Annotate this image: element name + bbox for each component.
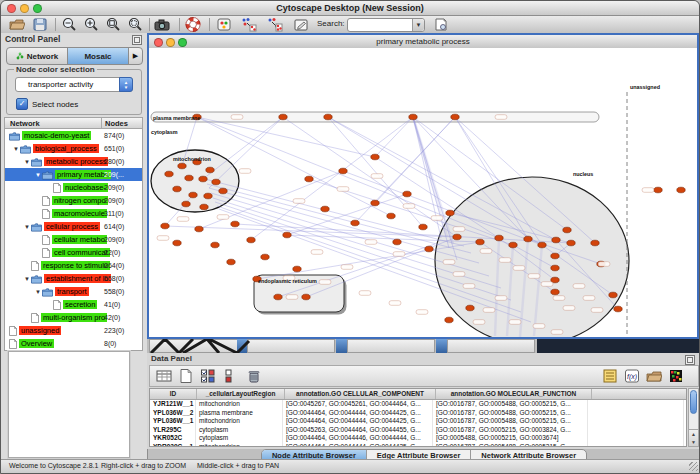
network-node[interactable] bbox=[195, 226, 203, 232]
network-node[interactable] bbox=[185, 175, 193, 181]
network-node[interactable] bbox=[614, 306, 622, 312]
network-view-titlebar[interactable]: primary metabolic process bbox=[149, 35, 697, 49]
new-attribute-icon[interactable] bbox=[178, 368, 194, 384]
tree-row-label[interactable]: secretion bbox=[63, 300, 97, 309]
apply-layout-icon-2[interactable] bbox=[267, 17, 283, 32]
resize-grip[interactable] bbox=[689, 462, 698, 471]
node-color-combobox[interactable]: transporter activity ▲▼ bbox=[15, 77, 133, 92]
network-node[interactable] bbox=[403, 191, 411, 197]
float-panel-icon[interactable] bbox=[132, 35, 142, 45]
tree-row[interactable]: ▼primary metabo209(... bbox=[5, 168, 142, 181]
help-ring-icon[interactable] bbox=[185, 17, 201, 32]
birds-eye-view[interactable] bbox=[8, 351, 130, 458]
annotation-box-icon[interactable] bbox=[293, 17, 309, 32]
inner-zoom-icon[interactable] bbox=[178, 38, 187, 47]
network-edge[interactable] bbox=[375, 117, 413, 157]
hidden-window-fragment[interactable] bbox=[347, 339, 435, 353]
select-attributes-icon[interactable] bbox=[200, 368, 216, 384]
tree-row[interactable]: response to stimulu264(0) bbox=[5, 259, 142, 272]
network-node[interactable] bbox=[677, 187, 685, 193]
network-node[interactable] bbox=[476, 239, 484, 245]
network-node[interactable] bbox=[178, 163, 186, 169]
table-row[interactable]: YLR295Ccytoplasm[GO:0045263, GO:0044464,… bbox=[150, 426, 686, 435]
network-node[interactable] bbox=[451, 114, 459, 120]
nodes-column-header[interactable]: Nodes bbox=[105, 119, 128, 128]
tree-row[interactable]: multi-organism pro42(0) bbox=[5, 311, 142, 324]
tree-row-label[interactable]: establishment of lo bbox=[44, 274, 111, 283]
network-edge[interactable] bbox=[251, 117, 413, 240]
tree-row[interactable]: Overview8(0) bbox=[5, 337, 142, 350]
tree-row[interactable]: nucleobase-209(0) bbox=[5, 181, 142, 194]
tree-row-label[interactable]: macromolecule bbox=[52, 209, 107, 218]
close-window-icon[interactable] bbox=[7, 4, 16, 13]
table-row[interactable]: YDR039C__1mitochondrion[GO:0044464, GO:0… bbox=[150, 443, 686, 448]
network-node[interactable] bbox=[453, 234, 461, 240]
tree-row[interactable]: cell communicat22(0) bbox=[5, 246, 142, 259]
network-node[interactable] bbox=[219, 188, 227, 194]
zoom-out-icon[interactable] bbox=[61, 17, 77, 32]
scrollbar-thumb[interactable] bbox=[690, 390, 697, 414]
network-node[interactable] bbox=[371, 154, 379, 160]
network-node[interactable] bbox=[199, 176, 207, 182]
expand-arrow-icon[interactable]: ▼ bbox=[23, 224, 31, 230]
background-windows-strip[interactable] bbox=[147, 339, 700, 353]
network-edge[interactable] bbox=[413, 117, 449, 248]
tree-row-label[interactable]: unassigned bbox=[19, 326, 61, 335]
network-canvas[interactable]: plasma membranecytoplasmmitochondrionnuc… bbox=[149, 48, 697, 337]
network-node[interactable] bbox=[466, 305, 474, 311]
network-node[interactable] bbox=[173, 240, 181, 246]
network-node[interactable] bbox=[509, 242, 517, 248]
network-node[interactable] bbox=[351, 220, 359, 226]
network-node[interactable] bbox=[551, 253, 559, 259]
attribute-table-icon[interactable] bbox=[156, 368, 172, 384]
tree-row-label[interactable]: cellular process bbox=[44, 222, 100, 231]
tree-row-label[interactable]: metabolic process bbox=[44, 157, 108, 166]
network-node[interactable] bbox=[200, 204, 208, 210]
zoom-in-icon[interactable] bbox=[83, 17, 99, 32]
network-node[interactable] bbox=[393, 239, 401, 245]
tree-row-label[interactable]: nucleobase- bbox=[63, 183, 108, 192]
network-node[interactable] bbox=[387, 213, 395, 219]
tree-row-label[interactable]: mosaic-demo-yeast bbox=[22, 131, 91, 140]
delete-attribute-icon[interactable] bbox=[246, 368, 262, 384]
network-node[interactable] bbox=[279, 114, 287, 120]
network-node[interactable] bbox=[538, 242, 546, 248]
apply-layout-icon-1[interactable] bbox=[241, 17, 257, 32]
table-row[interactable]: YPL036W__1mitochondrion[GO:0044464, GO:0… bbox=[150, 417, 686, 426]
network-node[interactable] bbox=[204, 193, 212, 199]
network-node[interactable] bbox=[212, 179, 220, 185]
table-row[interactable]: YJR121W__1mitochondrion[GO:0045267, GO:0… bbox=[150, 400, 686, 409]
search-input[interactable]: ▼ bbox=[347, 18, 425, 32]
tree-row[interactable]: unassigned223(0) bbox=[5, 324, 142, 337]
network-node[interactable] bbox=[563, 227, 571, 233]
network-node[interactable] bbox=[445, 317, 453, 323]
column-header[interactable]: annotation.GO CELLULAR_COMPONENT bbox=[285, 389, 436, 399]
network-node[interactable] bbox=[591, 240, 599, 246]
expand-arrow-icon[interactable]: ▼ bbox=[34, 289, 42, 295]
snapshot-camera-icon[interactable] bbox=[154, 17, 170, 32]
search-dropdown-icon[interactable]: ▼ bbox=[412, 19, 424, 31]
network-node[interactable] bbox=[182, 201, 190, 207]
tree-row-label[interactable]: Overview bbox=[19, 339, 54, 348]
network-node[interactable] bbox=[425, 246, 433, 252]
network-node[interactable] bbox=[419, 224, 427, 230]
hidden-window-fragment[interactable] bbox=[436, 339, 447, 353]
network-edge[interactable] bbox=[278, 244, 435, 297]
network-node[interactable] bbox=[339, 168, 347, 174]
network-node[interactable] bbox=[173, 186, 181, 192]
tree-row[interactable]: ▼metabolic process280(0) bbox=[5, 155, 142, 168]
network-node[interactable] bbox=[446, 210, 454, 216]
hidden-window-fragment[interactable] bbox=[336, 339, 347, 353]
expand-arrow-icon[interactable]: ▼ bbox=[34, 172, 42, 178]
combo-stepper-icon[interactable]: ▲▼ bbox=[119, 77, 133, 92]
network-node[interactable] bbox=[567, 240, 575, 246]
tree-row-label[interactable]: response to stimulu bbox=[41, 261, 110, 270]
tree-row-label[interactable]: cellular metabo bbox=[52, 235, 107, 244]
more-tabs-icon[interactable]: ▶ bbox=[128, 48, 142, 64]
tree-row-label[interactable]: cell communicat bbox=[52, 248, 110, 257]
network-node[interactable] bbox=[247, 237, 255, 243]
network-node[interactable] bbox=[409, 114, 417, 120]
column-header[interactable]: ID bbox=[150, 389, 197, 399]
network-node[interactable] bbox=[231, 221, 239, 227]
network-node[interactable] bbox=[274, 294, 282, 300]
